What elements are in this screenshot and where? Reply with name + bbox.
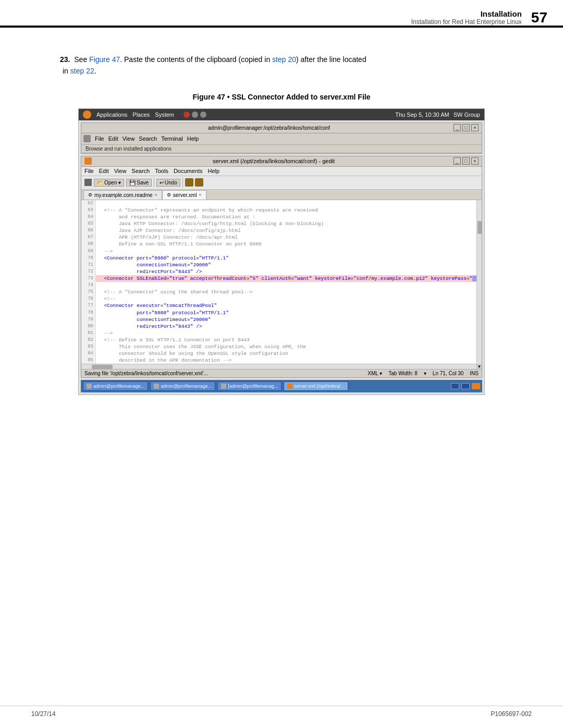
gedit-statusbar: Saving file '/opt/zebra/linkos/tomcat/co… [81, 369, 482, 377]
nautilus-titlebar: admin@profilemanager:/opt/zebra/linkos/t… [81, 123, 482, 133]
save-icon: 💾 [129, 180, 136, 186]
tab-serverxml-label: server.xml [173, 192, 197, 198]
figure-ref[interactable]: Figure 47 [89, 55, 120, 64]
code-line-70: 70 <Connector port="8080" protocol="HTTP… [81, 255, 482, 262]
save-button[interactable]: 💾 Save [126, 179, 152, 187]
readme-tab-icon: ⚙ [88, 192, 92, 198]
code-line-82: 82 <!-- Define a SSL HTTP/1.1 Connector … [81, 337, 482, 343]
code-line-78: 78 port="8080" protocol="HTTP/1.1" [81, 310, 482, 316]
undo-button[interactable]: ↩ Undo [156, 179, 180, 187]
code-line-67: 67 APR (HTTP/AJP) Connector: /docs/apr.h… [81, 234, 482, 241]
code-line-66: 66 Java AJP Connector: /docs/config/ajp.… [81, 227, 482, 234]
footer-date: 10/27/14 [31, 710, 56, 718]
main-content: 23. See Figure 47. Paste the contents of… [0, 39, 563, 395]
gedit-menu-tools[interactable]: Tools [155, 168, 168, 174]
status-tab-width[interactable]: Tab Width: 8 [388, 371, 418, 376]
gedit-close-button[interactable]: × [471, 157, 479, 165]
nautilus-menu-view[interactable]: View [123, 135, 135, 142]
menu-system[interactable]: System [155, 112, 174, 118]
code-line-65: 65 Java HTTP Connector: /docs/config/htt… [81, 220, 482, 227]
code-line-73: 73 <Connector SSLEnabled="true" acceptor… [81, 275, 482, 282]
serverxml-tab-close[interactable]: × [199, 192, 201, 198]
bat-icon [192, 112, 198, 118]
readme-tab-close[interactable]: × [155, 192, 157, 198]
gedit-menu-file[interactable]: File [84, 168, 94, 174]
status-xml[interactable]: XML ▾ [368, 371, 382, 376]
chapter-subtitle: Installation for Red Hat Enterprise Linu… [411, 18, 522, 26]
gedit-tabs: ⚙ my.example.com.readme × ⚙ server.xml × [81, 190, 482, 200]
code-line-83: 83 This connector uses the JSSE configur… [81, 343, 482, 350]
toolbar-separator [154, 178, 154, 187]
taskbar-indicator-3 [472, 383, 480, 389]
extra-icon-2 [195, 178, 203, 187]
nautilus-menu-search[interactable]: Search [139, 135, 157, 142]
taskbar-right [451, 383, 480, 389]
taskbar-item-3[interactable]: [admin@profilemanag... [217, 381, 282, 391]
step-ref1[interactable]: step 20 [272, 55, 296, 64]
gedit-maximize-button[interactable]: □ [462, 157, 470, 165]
gedit-window: server.xml (/opt/zebra/linkos/tomcat/con… [81, 156, 482, 378]
gedit-icon [84, 157, 92, 165]
tab-readme[interactable]: ⚙ my.example.com.readme × [83, 190, 162, 200]
gedit-menu-documents[interactable]: Documents [174, 168, 203, 174]
scrollbar-horizontal[interactable] [81, 364, 482, 369]
gedit-title-text: server.xml (/opt/zebra/linkos/tomcat/con… [94, 158, 454, 164]
gedit-menu-search[interactable]: Search [131, 168, 150, 174]
nautilus-window: admin@profilemanager:/opt/zebra/linkos/t… [81, 122, 482, 154]
footer-doc-number: P1065697-002 [491, 710, 532, 718]
toolbar-extra-icons [185, 178, 203, 187]
code-line-84: 84 connector should be using the OpenSSL… [81, 350, 482, 357]
taskbar-item-1[interactable]: admin@profilemanage... [83, 381, 148, 391]
nautilus-menu-file[interactable]: File [95, 135, 104, 142]
scrollbar-vertical[interactable]: ▼ [476, 200, 482, 369]
code-line-63: 63 <!-- A "Connector" represents an endp… [81, 207, 482, 214]
taskbar-item-2-label: admin@profilemanage... [161, 384, 212, 389]
status-saving: Saving file '/opt/zebra/linkos/tomcat/co… [84, 371, 208, 376]
menu-applications[interactable]: Applications [96, 112, 127, 118]
gedit-titlebar: server.xml (/opt/zebra/linkos/tomcat/con… [81, 156, 482, 167]
code-line-80: 80 redirectPort="8443" /> [81, 323, 482, 330]
taskbar-item-1-icon [87, 384, 92, 389]
gedit-menu-help[interactable]: Help [208, 168, 220, 174]
taskbar-item-4-icon [287, 384, 292, 389]
close-button[interactable]: × [471, 124, 479, 131]
taskbar-indicator-1 [451, 383, 459, 389]
code-line-68: 68 Define a non-SSL HTTP/1.1 Connector o… [81, 241, 482, 248]
nautilus-win-controls: _ □ × [454, 124, 479, 131]
code-line-62: 62 [81, 200, 482, 207]
taskbar-item-2[interactable]: admin@profilemanage... [150, 381, 215, 391]
code-editor[interactable]: 62 63 <!-- A "Connector" represents an e… [81, 200, 482, 369]
code-line-74: 74 [81, 282, 482, 289]
taskbar-item-4[interactable]: server.xml (/opt/zebra/... [284, 381, 348, 391]
code-lines: 62 63 <!-- A "Connector" represents an e… [81, 200, 482, 364]
code-line-75: 75 <!-- A "Connector" using the shared t… [81, 289, 482, 295]
minimize-button[interactable]: _ [454, 124, 461, 131]
menu-places[interactable]: Places [132, 112, 150, 118]
code-line-76: 76 <!-- [81, 295, 482, 302]
code-line-79: 79 connectionTimeout="20000" [81, 316, 482, 323]
topbar-group: SW Group [454, 112, 480, 118]
code-line-69: 69 --> [81, 248, 482, 255]
scroll-down-arrow[interactable]: ▼ [477, 364, 482, 369]
step-ref2[interactable]: step 22 [70, 67, 94, 75]
maximize-button[interactable]: □ [462, 124, 470, 131]
nautilus-location: Browse and run installed applications [81, 145, 482, 153]
gedit-win-controls: _ □ × [454, 157, 479, 165]
gedit-toolbar: 📂 Open ▾ 💾 Save ↩ Undo [81, 176, 482, 190]
taskbar: admin@profilemanage... admin@profilemana… [81, 380, 482, 392]
scrollbar-thumb[interactable] [478, 221, 482, 234]
hscrollbar-thumb[interactable] [92, 365, 113, 369]
open-button[interactable]: 📂 Open ▾ [94, 179, 124, 187]
net-icon [200, 112, 206, 118]
gedit-menu-edit[interactable]: Edit [99, 168, 109, 174]
gedit-menu-view[interactable]: View [114, 168, 127, 174]
nautilus-menu-terminal[interactable]: Terminal [161, 135, 183, 142]
nautilus-menu-help[interactable]: Help [187, 135, 199, 142]
gedit-minimize-button[interactable]: _ [454, 157, 461, 165]
nautilus-menu-edit[interactable]: Edit [108, 135, 118, 142]
tab-serverxml[interactable]: ⚙ server.xml × [162, 190, 206, 200]
gnome-topbar-left: Applications Places System [83, 110, 206, 119]
taskbar-indicator-2 [461, 383, 470, 389]
topbar-icons [183, 112, 206, 118]
serverxml-tab-icon: ⚙ [167, 192, 171, 198]
